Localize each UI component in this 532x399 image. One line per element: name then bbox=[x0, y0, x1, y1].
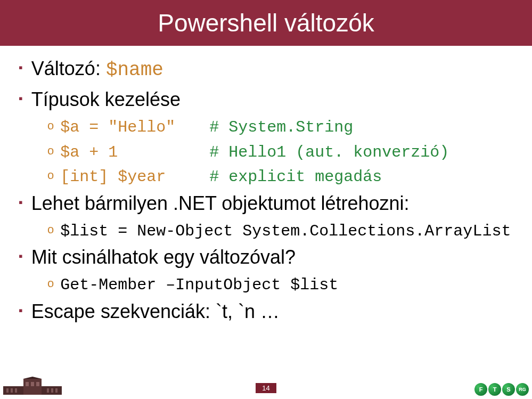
sub-bullet-explicit-type: o [int] $year# explicit megadás bbox=[47, 166, 513, 188]
bullet-types: ▪ Típusok kezelése bbox=[19, 87, 513, 111]
sub-bullet-new-object: o $list = New-Object System.Collections.… bbox=[47, 221, 513, 242]
comment-system-string: # System.String bbox=[209, 118, 353, 136]
slide-content: ▪ Változó: $name ▪ Típusok kezelése o $a… bbox=[0, 46, 532, 323]
bullet-types-label: Típusok kezelése bbox=[31, 87, 181, 111]
svg-rect-11 bbox=[55, 388, 58, 393]
circle-bullet-icon: o bbox=[47, 278, 54, 289]
bullet-escape: ▪ Escape szekvenciák: `t, `n … bbox=[19, 299, 513, 323]
logo-circle-f: F bbox=[474, 383, 487, 396]
sub-bullet-concat: o $a + 1# Hello1 (aut. konverzió) bbox=[47, 142, 513, 164]
square-bullet-icon: ▪ bbox=[19, 305, 23, 316]
svg-rect-6 bbox=[6, 388, 9, 393]
slide-footer: 14 F T S RG bbox=[0, 377, 532, 399]
circle-bullet-icon: o bbox=[47, 169, 54, 181]
square-bullet-icon: ▪ bbox=[19, 93, 23, 104]
logo-circle-t: T bbox=[488, 383, 501, 396]
logo-circle-rg: RG bbox=[516, 383, 529, 396]
square-bullet-icon: ▪ bbox=[19, 62, 23, 74]
bullet-what-label: Mit csinálhatok egy változóval? bbox=[31, 245, 296, 269]
svg-rect-7 bbox=[11, 388, 13, 393]
sub-bullet-string: o $a = "Hello"# System.String bbox=[47, 117, 513, 139]
circle-bullet-icon: o bbox=[47, 120, 54, 132]
bullet-what-can-do: ▪ Mit csinálhatok egy változóval? bbox=[19, 245, 513, 269]
page-number: 14 bbox=[256, 383, 276, 393]
logo-circle-s: S bbox=[502, 383, 515, 396]
comment-auto-convert: # Hello1 (aut. konverzió) bbox=[209, 143, 449, 161]
code-line: $a + 1# Hello1 (aut. konverzió) bbox=[60, 142, 449, 164]
sub-bullet-get-member: o Get-Member –InputObject $list bbox=[47, 274, 513, 296]
circle-bullet-icon: o bbox=[47, 224, 54, 235]
svg-rect-4 bbox=[36, 382, 39, 386]
svg-rect-3 bbox=[31, 382, 34, 386]
bullet-variable: ▪ Változó: $name bbox=[19, 56, 513, 82]
code-line: [int] $year# explicit megadás bbox=[60, 166, 382, 188]
escape-label: Escape szekvenciák: bbox=[31, 300, 216, 322]
svg-rect-1 bbox=[23, 379, 42, 395]
svg-marker-5 bbox=[23, 377, 42, 379]
bullet-dotnet-label: Lehet bármilyen .NET objektumot létrehoz… bbox=[31, 191, 410, 215]
building-icon bbox=[3, 377, 62, 396]
code-int-year: [int] $year bbox=[60, 166, 209, 188]
slide-title-bar: Powershell változók bbox=[0, 0, 532, 46]
bullet-text: Escape szekvenciák: `t, `n … bbox=[31, 299, 280, 323]
code-get-member: Get-Member –InputObject $list bbox=[60, 274, 338, 296]
bme-logo bbox=[3, 377, 62, 398]
slide-title: Powershell változók bbox=[158, 9, 374, 37]
escape-examples: `t, `n … bbox=[216, 300, 280, 322]
code-new-object: $list = New-Object System.Collections.Ar… bbox=[60, 221, 511, 242]
square-bullet-icon: ▪ bbox=[19, 197, 23, 208]
svg-rect-2 bbox=[26, 382, 29, 386]
svg-rect-10 bbox=[51, 388, 53, 393]
circle-bullet-icon: o bbox=[47, 145, 54, 157]
code-line: $a = "Hello"# System.String bbox=[60, 117, 353, 139]
bullet-variable-label: Változó: bbox=[31, 58, 106, 79]
svg-rect-8 bbox=[15, 388, 17, 393]
comment-explicit: # explicit megadás bbox=[209, 168, 382, 186]
ftsrg-logo: F T S RG bbox=[474, 383, 529, 396]
code-concat: $a + 1 bbox=[60, 142, 209, 164]
svg-rect-9 bbox=[47, 388, 49, 393]
bullet-dotnet-object: ▪ Lehet bármilyen .NET objektumot létreh… bbox=[19, 191, 513, 215]
variable-name-code: $name bbox=[106, 59, 163, 81]
square-bullet-icon: ▪ bbox=[19, 250, 23, 262]
code-assign-hello: $a = "Hello" bbox=[60, 117, 209, 139]
bullet-text: Változó: $name bbox=[31, 56, 163, 82]
